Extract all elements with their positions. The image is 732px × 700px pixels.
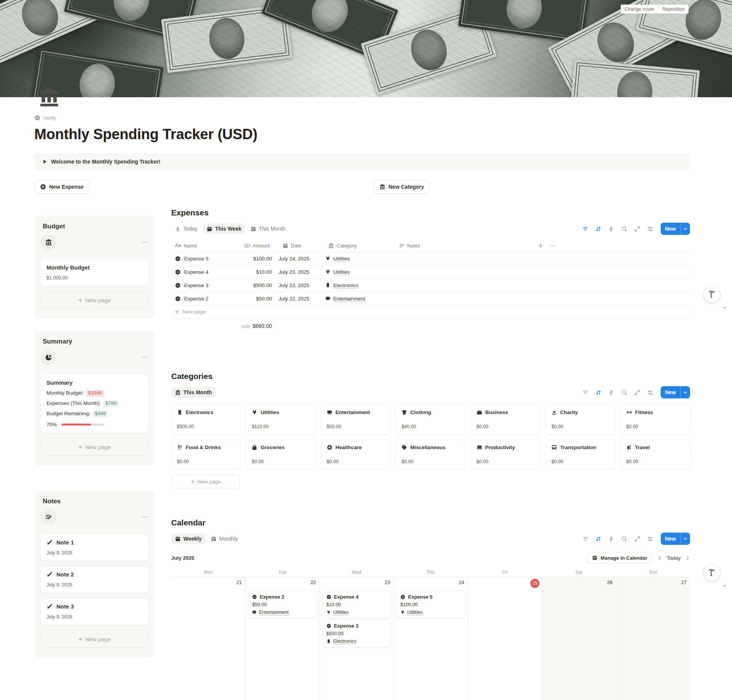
new-database-item-button[interactable]: New xyxy=(661,386,690,398)
calendar-day-cell[interactable]: 26 xyxy=(542,577,616,700)
expand-toolbar-icon[interactable] xyxy=(634,226,640,232)
expense-amount-cell[interactable]: $500.00 xyxy=(241,283,279,288)
expenses-view-tab-this-week[interactable]: This Week xyxy=(203,223,245,234)
calendar-day-cell[interactable]: 23 Expense 4 $10.00 Utilities Expense 3 … xyxy=(319,577,393,700)
column-header-notes[interactable]: Notes xyxy=(395,243,532,249)
expense-category-cell[interactable]: Entertainment xyxy=(324,296,395,302)
chevron-left-icon[interactable] xyxy=(657,556,662,560)
category-card-electronics[interactable]: Electronics $500.00 xyxy=(171,405,241,434)
filter-toolbar-icon[interactable] xyxy=(582,226,589,232)
scroll-down-arrow-icon[interactable] xyxy=(722,305,727,311)
sort-toolbar-icon[interactable] xyxy=(595,389,602,396)
expense-amount-cell[interactable]: $50.00 xyxy=(241,296,279,302)
welcome-toggle-block[interactable]: Welcome to the Monthly Spending Tracker! xyxy=(34,153,690,170)
filter-toolbar-icon[interactable] xyxy=(582,536,589,542)
new-database-item-button[interactable]: New xyxy=(661,223,690,235)
category-card-groceries[interactable]: Groceries $0.00 xyxy=(246,440,315,469)
column-header-category[interactable]: Category xyxy=(324,243,395,249)
chevron-right-icon[interactable] xyxy=(685,556,690,560)
expense-category-cell[interactable]: Utilities xyxy=(324,256,395,262)
scroll-down-arrow-icon[interactable] xyxy=(722,583,727,589)
new-database-item-button[interactable]: New xyxy=(661,533,690,545)
search-toolbar-icon[interactable] xyxy=(621,389,628,396)
new-expense-button[interactable]: New Expense xyxy=(34,180,89,194)
category-card-fitness[interactable]: Fitness $0.00 xyxy=(621,405,690,434)
calendar-event-card[interactable]: Expense 5 $100.00 Utilities xyxy=(396,591,465,618)
template-brand-fab[interactable] xyxy=(703,564,720,581)
budget-menu-button[interactable] xyxy=(141,239,148,246)
category-card-food-drinks[interactable]: Food & Drinks $0.00 xyxy=(171,440,241,469)
budget-db-icon-chip[interactable] xyxy=(40,234,56,250)
summary-page[interactable]: Summary Monthly Budget:$1000Expenses (Th… xyxy=(40,374,148,433)
category-card-healthcare[interactable]: Healthcare $0.00 xyxy=(321,440,390,469)
search-toolbar-icon[interactable] xyxy=(621,536,628,542)
table-options-icon[interactable] xyxy=(550,242,556,249)
expense-category-cell[interactable]: Utilities xyxy=(324,269,395,275)
categories-new-page-button[interactable]: New page xyxy=(171,475,240,488)
expense-date-cell[interactable]: July 22, 2025 xyxy=(279,296,324,302)
summary-new-page-button[interactable]: New page xyxy=(40,438,148,456)
expand-toolbar-icon[interactable] xyxy=(634,389,640,396)
notes-menu-button[interactable] xyxy=(141,514,148,520)
calendar-event-card[interactable]: Expense 2 $50.00 Entertainment xyxy=(248,591,316,618)
reposition-button[interactable]: Reposition xyxy=(658,5,689,14)
column-header-amount[interactable]: Amount xyxy=(241,243,279,249)
calendar-day-cell[interactable]: 24 Expense 5 $100.00 Utilities xyxy=(393,577,467,700)
calendar-day-cell[interactable]: 25 xyxy=(468,577,542,700)
note-page[interactable]: Note 3 July 9, 2025 xyxy=(40,598,148,625)
category-card-clothing[interactable]: Clothing $40.00 xyxy=(396,405,465,434)
category-card-charity[interactable]: Charity $0.00 xyxy=(546,405,615,434)
expenses-new-page-row[interactable]: New page xyxy=(171,305,690,318)
category-card-entertainment[interactable]: Entertainment $50.00 xyxy=(321,405,390,434)
expenses-view-tab-this-month[interactable]: This Month xyxy=(247,223,289,234)
calendar-event-card[interactable]: Expense 4 $10.00 Utilities xyxy=(323,591,391,618)
toggle-triangle-icon[interactable] xyxy=(43,160,47,164)
sort-toolbar-icon[interactable] xyxy=(595,226,602,232)
bolt-toolbar-icon[interactable] xyxy=(608,226,615,232)
column-header-date[interactable]: Date xyxy=(279,243,324,249)
column-header-name[interactable]: AaName xyxy=(171,243,241,249)
filter-toolbar-icon[interactable] xyxy=(582,389,589,396)
calendar-day-cell[interactable]: 22 Expense 2 $50.00 Entertainment xyxy=(245,577,319,700)
expense-name-cell[interactable]: Expense 2 xyxy=(171,296,241,302)
new-category-button[interactable]: New Category xyxy=(374,180,430,194)
sum-label[interactable]: SUM xyxy=(241,324,250,329)
expense-date-cell[interactable]: July 24, 2025 xyxy=(279,256,324,262)
today-nav-button[interactable]: Today xyxy=(667,555,681,561)
sliders-toolbar-icon[interactable] xyxy=(647,389,653,396)
expense-name-cell[interactable]: Expense 4 xyxy=(171,269,241,275)
calendar-event-card[interactable]: Expense 3 $500.00 Electronics xyxy=(323,620,391,647)
summary-menu-button[interactable] xyxy=(141,354,148,361)
note-page[interactable]: Note 1 July 9, 2025 xyxy=(40,534,148,561)
categories-view-tab-this-month[interactable]: This Month xyxy=(171,387,216,398)
budget-new-page-button[interactable]: New page xyxy=(40,291,148,309)
summary-db-icon-chip[interactable] xyxy=(40,349,56,365)
template-brand-fab[interactable] xyxy=(703,286,720,303)
bolt-toolbar-icon[interactable] xyxy=(608,536,615,542)
expense-name-cell[interactable]: Expense 3 xyxy=(171,283,241,288)
note-page[interactable]: Note 2 July 9, 2025 xyxy=(40,566,148,593)
expense-amount-cell[interactable]: $100.00 xyxy=(241,256,279,262)
category-card-utilities[interactable]: Utilities $110.00 xyxy=(246,405,315,434)
calendar-view-tab-weekly[interactable]: Weekly xyxy=(171,533,205,544)
calendar-day-cell[interactable]: 21 xyxy=(171,577,245,700)
sliders-toolbar-icon[interactable] xyxy=(647,226,653,232)
notes-db-icon-chip[interactable] xyxy=(40,509,56,525)
bolt-toolbar-icon[interactable] xyxy=(608,389,615,396)
category-card-travel[interactable]: Travel $0.00 xyxy=(621,440,690,469)
category-card-transportation[interactable]: Transportation $0.00 xyxy=(546,440,615,469)
calendar-day-cell[interactable]: 27 xyxy=(616,577,690,700)
expenses-view-tab-today[interactable]: Today xyxy=(171,223,201,234)
category-card-miscellaneous[interactable]: Miscellaneous $0.00 xyxy=(396,440,465,469)
expand-toolbar-icon[interactable] xyxy=(634,536,640,542)
notes-new-page-button[interactable]: New page xyxy=(40,630,148,648)
page-icon-bank[interactable] xyxy=(38,86,60,108)
change-cover-button[interactable]: Change cover xyxy=(621,5,658,14)
expense-amount-cell[interactable]: $10.00 xyxy=(241,269,279,275)
verify-badge[interactable]: Verify xyxy=(34,115,690,121)
category-card-business[interactable]: Business $0.00 xyxy=(471,405,540,434)
search-toolbar-icon[interactable] xyxy=(621,226,628,232)
calendar-view-tab-monthly[interactable]: Monthly xyxy=(207,533,242,544)
manage-in-calendar-button[interactable]: Manage in Calendar xyxy=(588,552,652,564)
category-card-productivity[interactable]: Productivity $0.00 xyxy=(471,440,540,469)
